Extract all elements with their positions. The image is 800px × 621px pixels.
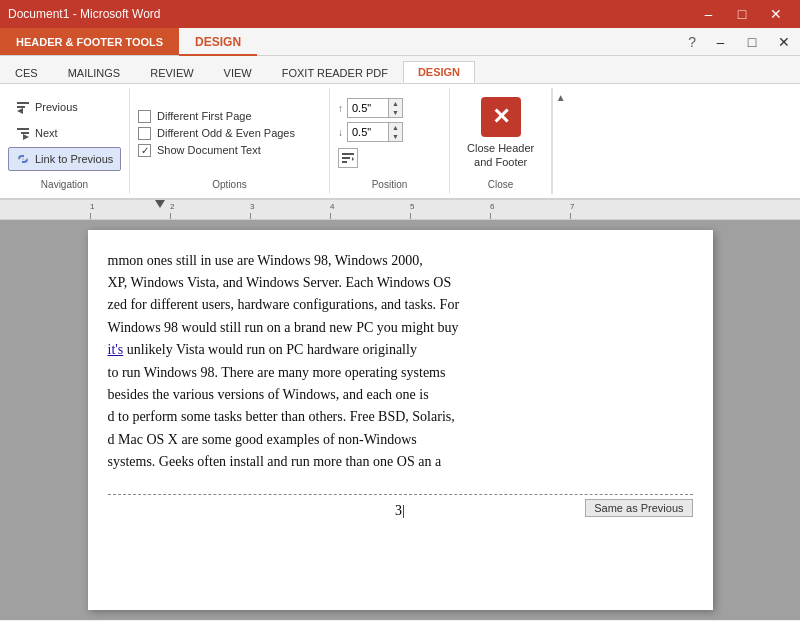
header-spinner[interactable]: ▲ ▼ <box>347 98 403 118</box>
next-icon <box>15 125 31 141</box>
minimize-button[interactable]: ‒ <box>692 0 724 28</box>
different-first-page-label: Different First Page <box>157 110 252 122</box>
doc-area: mmon ones still in use are Windows 98, W… <box>0 220 800 620</box>
ruler-mark-2: 2 <box>170 202 174 211</box>
insert-alignment-button[interactable] <box>338 148 358 168</box>
same-as-previous-badge[interactable]: Same as Previous <box>585 499 692 517</box>
its-link[interactable]: it's <box>108 342 124 357</box>
nav-group: Previous Next <box>0 88 130 194</box>
show-document-text-checkmark: ✓ <box>141 145 149 156</box>
previous-label: Previous <box>35 101 78 113</box>
close-header-footer-button[interactable]: ✕ Close Header and Footer <box>458 92 543 175</box>
position-group: ↑ ▲ ▼ ↓ ▲ ▼ <box>330 88 450 194</box>
title-bar: Document1 - Microsoft Word ‒ □ ✕ <box>0 0 800 28</box>
ribbon: Previous Next <box>0 84 800 200</box>
tab-design[interactable]: DESIGN <box>403 61 475 83</box>
ruler-line-2 <box>170 213 171 219</box>
footer-position-row: ↓ ▲ ▼ <box>338 122 441 142</box>
svg-rect-3 <box>17 128 29 130</box>
close-group: ✕ Close Header and Footer Close <box>450 88 552 194</box>
tab-view[interactable]: VIEW <box>209 62 267 83</box>
link-to-previous-icon <box>15 151 31 167</box>
header-up-arrow[interactable]: ▲ <box>388 99 402 108</box>
doc-page: mmon ones still in use are Windows 98, W… <box>88 230 713 610</box>
footer-pos-icon: ↓ <box>338 127 343 138</box>
svg-rect-7 <box>342 153 354 155</box>
different-odd-even-label: Different Odd & Even Pages <box>157 127 295 139</box>
close-app-button[interactable]: ✕ <box>768 28 800 56</box>
svg-rect-1 <box>17 106 25 108</box>
nav-group-label: Navigation <box>8 175 121 190</box>
app-title: Document1 - Microsoft Word <box>8 7 161 21</box>
restore-app-button[interactable]: □ <box>736 28 768 56</box>
doc-line-7: besides the various versions of Windows,… <box>108 384 683 406</box>
position-group-label: Position <box>338 175 441 190</box>
help-button[interactable]: ? <box>680 34 704 50</box>
header-down-arrow[interactable]: ▼ <box>388 108 402 117</box>
minimize-ribbon-button[interactable]: ‒ <box>704 28 736 56</box>
close-hf-line2: and Footer <box>474 156 527 168</box>
previous-icon <box>15 99 31 115</box>
svg-marker-2 <box>17 108 23 114</box>
doc-line-9: d Mac OS X are some good examples of non… <box>108 429 683 451</box>
close-content: ✕ Close Header and Footer <box>458 92 543 175</box>
hf-design-tab[interactable]: DESIGN <box>179 29 257 56</box>
options-content: Different First Page Different Odd & Eve… <box>138 92 321 175</box>
svg-marker-5 <box>23 134 29 140</box>
footer-down-arrow[interactable]: ▼ <box>388 132 402 141</box>
different-first-page-row[interactable]: Different First Page <box>138 110 321 123</box>
doc-line-5: it's unlikely Vista would run on PC hard… <box>108 339 683 361</box>
ruler-triangle[interactable] <box>155 200 165 208</box>
ruler-line-4 <box>330 213 331 219</box>
previous-button[interactable]: Previous <box>8 95 121 119</box>
tab-foxit[interactable]: FOXIT READER PDF <box>267 62 403 83</box>
show-document-text-row[interactable]: ✓ Show Document Text <box>138 144 321 157</box>
doc-footer-area: Same as Previous 3| <box>108 494 693 544</box>
doc-line-10: systems. Geeks often install and run mor… <box>108 451 683 473</box>
ruler-content: 1 2 3 4 5 6 7 <box>40 200 760 219</box>
nav-buttons: Previous Next <box>8 92 121 175</box>
tab-review[interactable]: REVIEW <box>135 62 208 83</box>
link-to-previous-button[interactable]: Link to Previous <box>8 147 121 171</box>
next-label: Next <box>35 127 58 139</box>
footer-up-arrow[interactable]: ▲ <box>388 123 402 132</box>
hf-tools-tab[interactable]: HEADER & FOOTER TOOLS <box>0 28 179 55</box>
options-group: Different First Page Different Odd & Eve… <box>130 88 330 194</box>
svg-rect-0 <box>17 102 29 104</box>
different-odd-even-checkbox[interactable] <box>138 127 151 140</box>
svg-rect-9 <box>342 161 347 163</box>
ruler-line-1 <box>90 213 91 219</box>
close-group-label: Close <box>458 175 543 190</box>
doc-line-2: XP, Windows Vista, and Windows Server. E… <box>108 272 683 294</box>
footer-spinner[interactable]: ▲ ▼ <box>347 122 403 142</box>
show-document-text-checkbox[interactable]: ✓ <box>138 144 151 157</box>
close-hf-label: Close Header and Footer <box>467 141 534 170</box>
ruler-mark-6: 6 <box>490 202 494 211</box>
ribbon-tabs: CES MAILINGS REVIEW VIEW FOXIT READER PD… <box>0 56 800 84</box>
header-value-input[interactable] <box>348 101 388 115</box>
doc-line-8: d to perform some tasks better than othe… <box>108 406 683 428</box>
close-x-icon: ✕ <box>481 97 521 137</box>
doc-line-4: Windows 98 would still run on a brand ne… <box>108 317 683 339</box>
doc-text: mmon ones still in use are Windows 98, W… <box>108 250 683 474</box>
header-pos-icon: ↑ <box>338 103 343 114</box>
doc-line-1: mmon ones still in use are Windows 98, W… <box>108 250 683 272</box>
ruler-mark-7: 7 <box>570 202 574 211</box>
ribbon-collapse-button[interactable]: ▲ <box>552 88 568 194</box>
different-odd-even-row[interactable]: Different Odd & Even Pages <box>138 127 321 140</box>
hf-tools-bar: HEADER & FOOTER TOOLS DESIGN ? ‒ □ ✕ <box>0 28 800 56</box>
header-position-row: ↑ ▲ ▼ <box>338 98 441 118</box>
tab-ces[interactable]: CES <box>0 62 53 83</box>
ruler-mark-3: 3 <box>250 202 254 211</box>
restore-button[interactable]: □ <box>726 0 758 28</box>
next-button[interactable]: Next <box>8 121 121 145</box>
tab-mailings[interactable]: MAILINGS <box>53 62 136 83</box>
different-first-page-checkbox[interactable] <box>138 110 151 123</box>
footer-value-input[interactable] <box>348 125 388 139</box>
footer-num-value: 3 <box>395 503 402 518</box>
svg-marker-10 <box>352 157 354 161</box>
title-bar-left: Document1 - Microsoft Word <box>8 7 692 21</box>
ruler-mark-4: 4 <box>330 202 334 211</box>
close-button[interactable]: ✕ <box>760 0 792 28</box>
show-document-text-label: Show Document Text <box>157 144 261 156</box>
